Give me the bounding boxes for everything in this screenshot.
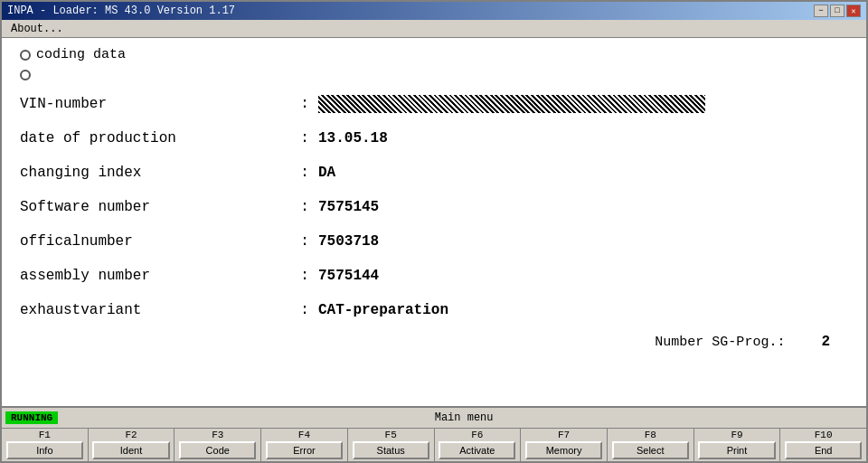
fkey-label-f6: F6: [471, 429, 483, 441]
fkey-button-activate[interactable]: Activate: [439, 441, 515, 459]
assembly-number-label: assembly number: [20, 268, 291, 284]
sg-prog-value: 2: [821, 334, 830, 350]
fkey-button-error[interactable]: Error: [266, 441, 343, 459]
changing-index-separator: :: [291, 165, 318, 181]
fkey-button-select[interactable]: Select: [612, 441, 689, 459]
production-date-label: date of production: [20, 130, 291, 146]
software-number-value: 7575145: [318, 199, 379, 215]
menu-bar: About...: [2, 20, 866, 38]
section-header-row: coding data: [20, 47, 848, 62]
exhaust-variant-label: exhaustvariant: [20, 302, 291, 318]
fkey-label-f2: F2: [125, 429, 137, 441]
vin-value: [318, 95, 705, 113]
official-number-row: officalnumber : 7503718: [20, 227, 848, 256]
fkey-cell-f6: F6Activate: [435, 429, 522, 461]
fkey-cell-f9: F9Print: [694, 429, 781, 461]
fkey-button-end[interactable]: End: [785, 441, 862, 459]
vin-row: VIN-number :: [20, 90, 848, 118]
data-table: VIN-number : date of production : 13.05.…: [20, 90, 848, 325]
fkey-cell-f1: F1Info: [2, 429, 89, 461]
fkey-label-f9: F9: [731, 429, 742, 441]
official-number-value: 7503718: [318, 233, 379, 250]
fkey-button-ident[interactable]: Ident: [92, 441, 169, 459]
exhaust-variant-separator: :: [291, 302, 318, 318]
minimize-button[interactable]: −: [814, 5, 828, 17]
production-date-row: date of production : 13.05.18: [20, 124, 848, 153]
fkey-button-info[interactable]: Info: [6, 441, 83, 459]
menu-item-about[interactable]: About...: [5, 22, 69, 36]
close-button[interactable]: ✕: [846, 5, 861, 17]
fkey-label-f10: F10: [815, 429, 833, 441]
maximize-button[interactable]: □: [830, 5, 844, 17]
sg-prog-label: Number SG-Prog.:: [655, 335, 785, 350]
exhaust-variant-row: exhaustvariant : CAT-preparation: [20, 296, 848, 325]
content-area: coding data VIN-number : date of product…: [2, 38, 866, 406]
vin-separator: :: [291, 96, 318, 112]
fkey-button-memory[interactable]: Memory: [525, 441, 602, 459]
title-bar-buttons: − □ ✕: [814, 5, 861, 17]
vin-label: VIN-number: [20, 96, 291, 112]
fkey-label-f3: F3: [212, 429, 223, 441]
sg-prog-row: Number SG-Prog.: 2: [20, 334, 848, 350]
fkey-button-print[interactable]: Print: [698, 441, 775, 459]
main-menu-label: Main menu: [65, 411, 863, 424]
fkey-label-f4: F4: [298, 429, 310, 441]
production-date-value: 13.05.18: [318, 130, 388, 146]
production-date-separator: :: [291, 130, 318, 146]
software-number-row: Software number : 7575145: [20, 193, 848, 222]
bottom-section: RUNNING Main menu F1InfoF2IdentF3CodeF4E…: [2, 406, 866, 461]
changing-index-label: changing index: [20, 165, 291, 181]
section-title: coding data: [36, 47, 126, 62]
title-bar: INPA - Loader: MS 43.0 Version 1.17 − □ …: [2, 2, 866, 20]
assembly-number-separator: :: [291, 268, 318, 284]
main-window: INPA - Loader: MS 43.0 Version 1.17 − □ …: [0, 0, 868, 463]
fkey-label-f1: F1: [39, 429, 51, 441]
fkey-label-f5: F5: [385, 429, 397, 441]
fkey-label-f7: F7: [558, 429, 570, 441]
fkey-cell-f10: F10End: [780, 429, 866, 461]
fkey-button-status[interactable]: Status: [353, 441, 429, 459]
radio-button-2[interactable]: [20, 70, 31, 80]
running-badge: RUNNING: [5, 411, 58, 424]
assembly-number-row: assembly number : 7575144: [20, 261, 848, 290]
function-keys-row: F1InfoF2IdentF3CodeF4ErrorF5StatusF6Acti…: [2, 428, 866, 461]
fkey-cell-f7: F7Memory: [521, 429, 608, 461]
software-number-separator: :: [291, 199, 318, 215]
exhaust-variant-value: CAT-preparation: [318, 302, 448, 318]
fkey-button-code[interactable]: Code: [179, 441, 256, 459]
software-number-label: Software number: [20, 199, 291, 215]
changing-index-value: DA: [318, 165, 335, 181]
fkey-cell-f8: F8Select: [608, 429, 694, 461]
fkey-cell-f4: F4Error: [261, 429, 348, 461]
official-number-label: officalnumber: [20, 233, 291, 250]
fkey-cell-f3: F3Code: [175, 429, 261, 461]
window-title: INPA - Loader: MS 43.0 Version 1.17: [7, 5, 235, 17]
radio-button[interactable]: [20, 50, 31, 61]
fkey-label-f8: F8: [645, 429, 656, 441]
status-bar: RUNNING Main menu: [2, 408, 866, 428]
official-number-separator: :: [291, 233, 318, 250]
changing-index-row: changing index : DA: [20, 158, 848, 187]
fkey-cell-f2: F2Ident: [89, 429, 175, 461]
assembly-number-value: 7575144: [318, 268, 379, 284]
fkey-cell-f5: F5Status: [348, 429, 435, 461]
